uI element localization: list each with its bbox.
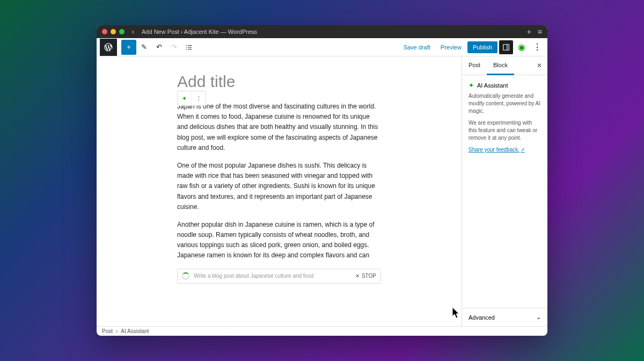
stop-label: STOP [362, 273, 376, 279]
ai-prompt-input[interactable]: Write a blog post about Japanese culture… [194, 273, 351, 279]
tab-post[interactable]: Post [462, 56, 487, 75]
back-chevron-icon[interactable]: ‹ [132, 28, 134, 35]
traffic-lights [102, 29, 125, 34]
settings-toggle-button[interactable] [499, 40, 513, 54]
block-toolbar: ✦ ⋮ [177, 91, 206, 106]
block-type-title: ✦ AI Assistant [469, 82, 541, 89]
preview-button[interactable]: Preview [436, 42, 466, 53]
add-block-button[interactable]: + [121, 40, 136, 55]
svg-rect-6 [503, 44, 509, 50]
undo-button[interactable]: ↶ [151, 40, 166, 55]
ai-prompt-bar: Write a blog post about Japanese culture… [177, 269, 381, 284]
settings-sidebar: Post Block ✕ ✦ AI Assistant Automaticall… [462, 56, 547, 326]
chevron-down-icon: ⌄ [536, 314, 541, 321]
titlebar-plus-icon[interactable]: + [527, 27, 531, 36]
sidebar-tabs: Post Block ✕ [462, 56, 547, 75]
tab-block[interactable]: Block [487, 56, 514, 75]
feedback-link[interactable]: Share your feedback.↗ [469, 147, 525, 153]
maximize-window-button[interactable] [119, 29, 125, 34]
titlebar-menu-icon[interactable]: ≡ [538, 27, 542, 36]
breadcrumb-root[interactable]: Post [102, 328, 113, 334]
document-overview-button[interactable] [181, 40, 196, 55]
advanced-label: Advanced [469, 314, 495, 321]
editor-canvas[interactable]: Add title ✦ ⋮ Japan is one of the most d… [97, 56, 462, 326]
ai-block-icon[interactable]: ✦ [178, 91, 192, 105]
window-titlebar: ‹ Add New Post ‹ Adjacent Kite — WordPre… [97, 25, 547, 38]
external-link-icon: ↗ [521, 147, 525, 153]
close-icon: ✕ [355, 273, 360, 279]
block-description: Automatically generate and modify conten… [469, 92, 541, 115]
post-title-input[interactable]: Add title ✦ ⋮ [177, 73, 381, 91]
more-options-button[interactable]: ⋮ [530, 40, 544, 54]
window-title: Add New Post ‹ Adjacent Kite — WordPress [142, 28, 257, 35]
redo-button[interactable]: ↷ [166, 40, 181, 55]
paragraph-block[interactable]: One of the most popular Japanese dishes … [177, 161, 381, 212]
close-sidebar-button[interactable]: ✕ [531, 56, 547, 75]
minimize-window-button[interactable] [111, 29, 116, 34]
publish-button[interactable]: Publish [467, 41, 497, 53]
stop-generation-button[interactable]: ✕ STOP [355, 273, 376, 279]
ai-sparkle-icon: ✦ [469, 82, 474, 89]
breadcrumb-current[interactable]: AI Assistant [121, 328, 149, 334]
editor-toolbar: + ✎ ↶ ↷ Save draft Preview Publish ◉ ⋮ [97, 38, 547, 56]
block-more-options[interactable]: ⋮ [192, 91, 206, 105]
chevron-right-icon: › [116, 328, 118, 334]
advanced-panel-toggle[interactable]: Advanced ⌄ [462, 308, 547, 326]
jetpack-button[interactable]: ◉ [515, 40, 529, 54]
close-window-button[interactable] [102, 29, 107, 34]
title-placeholder-text: Add title [177, 73, 235, 90]
block-name-label: AI Assistant [477, 82, 508, 89]
paragraph-block[interactable]: Another popular dish in Japanese cuisine… [177, 220, 381, 261]
wordpress-logo[interactable] [100, 39, 117, 56]
breadcrumb: Post › AI Assistant [97, 326, 547, 336]
paragraph-block[interactable]: Japan is one of the most diverse and fas… [177, 102, 381, 153]
loading-spinner-icon [182, 272, 189, 280]
feedback-text: Share your feedback. [469, 147, 519, 153]
experiment-note: We are experimenting with this feature a… [469, 119, 541, 142]
edit-tool-button[interactable]: ✎ [136, 40, 151, 55]
save-draft-button[interactable]: Save draft [399, 42, 435, 53]
